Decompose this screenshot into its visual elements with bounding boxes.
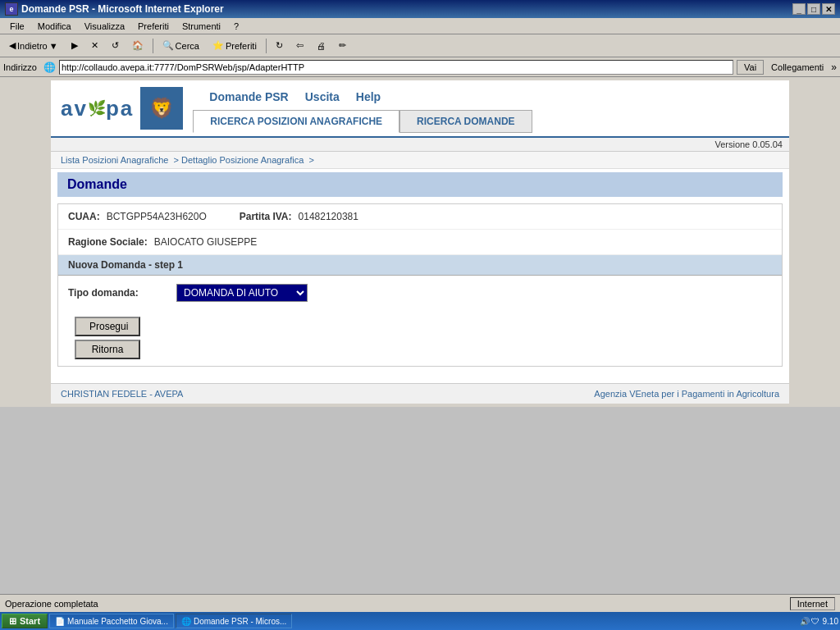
tipo-domanda-row: Tipo domanda: DOMANDA DI AIUTO [58,276,782,310]
taskbar-task-domande[interactable]: 🌐 Domande PSR - Micros... [176,614,292,628]
menu-visualizza[interactable]: Visualizza [78,20,131,33]
toolbar-separator-2 [266,39,267,53]
leaf-icon: 🌿 [88,99,106,117]
page-footer: CHRISTIAN FEDELE - AVEPA Agenzia VEneta … [51,383,789,404]
taskbar-icon-manuale: 📄 [55,617,65,626]
buttons-row: Prosegui Ritorna [65,310,782,366]
globe-icon: 🌐 [43,62,56,73]
avepa-nav: Domande PSR Uscita Help RICERCA POSIZION… [193,80,789,136]
top-nav: Domande PSR Uscita Help [193,80,789,110]
window-icon: e [5,2,18,16]
ragione-sociale-row: Ragione Sociale: BAIOCATO GIUSEPPE [58,230,782,255]
cuaa-label: CUAA: [68,211,100,222]
version-text: Versione 0.05.04 [714,139,783,149]
version-bar: Versione 0.05.04 [51,138,789,152]
status-text: Operazione completata [5,599,98,609]
links-dropdown-icon: » [831,62,837,73]
page-title: Domande [67,177,127,191]
prosegui-button[interactable]: Prosegui [75,317,140,336]
nav-uscita[interactable]: Uscita [305,90,340,103]
forward-button[interactable]: ▶ [66,37,84,55]
breadcrumb-lista[interactable]: Lista Posizioni Anagrafiche [61,155,168,165]
lion-emblem: 🦁 [140,87,183,130]
footer-left: CHRISTIAN FEDELE - AVEPA [61,389,183,399]
window-title: Domande PSR - Microsoft Internet Explore… [21,3,224,15]
content-panel: CUAA: BCTGPP54A23H620O Partita IVA: 0148… [57,203,783,367]
section-header: Nuova Domanda - step 1 [58,255,782,276]
back-arrow-icon: ◀ [9,40,16,51]
menu-strumenti[interactable]: Strumenti [176,20,227,33]
taskbar: ⊞ Start 📄 Manuale Pacchetto Giova... 🌐 D… [0,612,840,630]
stop-button[interactable]: ✕ [85,37,104,55]
footer-right: Agenzia VEneta per i Pagamenti in Agrico… [594,389,779,399]
page-wrapper: av 🌿 pa 🦁 Domande PSR Uscita Help RIC [0,77,840,407]
back-button[interactable]: ◀ Indietro ▼ [3,37,64,55]
edit-button[interactable]: ✏ [333,37,352,55]
taskbar-right: 🔊 🛡 9.10 [800,617,838,626]
status-right: Internet [790,597,835,610]
refresh-icon: ↺ [112,40,119,51]
nav-domande-psr[interactable]: Domande PSR [209,90,288,103]
dropdown-icon: ▼ [49,41,58,51]
cuaa-item: CUAA: BCTGPP54A23H620O [68,211,207,222]
avepa-logo-text: av [61,96,88,121]
cuaa-value: BCTGPP54A23H620O [107,211,207,222]
address-label: Indirizzo [3,62,37,72]
ragione-sociale-label: Ragione Sociale: [68,236,148,248]
minimize-button[interactable]: _ [792,3,806,15]
toolbar-separator-1 [153,39,153,53]
home-button[interactable]: 🏠 [126,37,149,55]
home-icon: 🏠 [132,40,144,51]
taskbar-icon-domande: 🌐 [181,617,191,626]
ragione-sociale-value: BAIOCATO GIUSEPPE [154,236,258,248]
title-bar: e Domande PSR - Microsoft Internet Explo… [0,0,840,18]
sub-nav-domande[interactable]: RICERCA DOMANDE [399,110,532,133]
maximize-button[interactable]: □ [807,3,820,15]
edit-icon: ✏ [339,40,346,51]
window-controls[interactable]: _ □ ✕ [792,3,835,15]
browser-content: av 🌿 pa 🦁 Domande PSR Uscita Help RIC [0,77,840,594]
address-bar: Indirizzo 🌐 Vai Collegamenti » [0,57,840,77]
refresh-btn2[interactable]: ↻ [270,37,289,55]
go-button[interactable]: Vai [737,60,764,75]
refresh2-icon: ↻ [276,40,283,51]
tipo-domanda-label: Tipo domanda: [68,287,167,299]
info-row: CUAA: BCTGPP54A23H620O Partita IVA: 0148… [58,204,782,230]
menu-file[interactable]: File [3,20,31,33]
taskbar-task-manuale[interactable]: 📄 Manuale Pacchetto Giova... [49,614,174,628]
system-tray: 🔊 🛡 [800,617,819,626]
logo-area: av 🌿 pa 🦁 [51,80,193,136]
page-content: av 🌿 pa 🦁 Domande PSR Uscita Help RIC [51,80,789,404]
menu-preferiti[interactable]: Preferiti [131,20,176,33]
menu-help[interactable]: ? [227,20,245,33]
partita-iva-item: Partita IVA: 01482120381 [240,211,358,222]
ritorna-button[interactable]: Ritorna [75,340,140,359]
address-input[interactable] [59,60,733,75]
status-bar: Operazione completata Internet [0,594,840,612]
antivirus-icon: 🛡 [811,617,819,626]
print-button[interactable]: 🖨 [311,37,331,55]
windows-icon: ⊞ [9,616,16,627]
search-icon: 🔍 [162,40,174,51]
refresh-button[interactable]: ↺ [106,37,125,55]
search-button[interactable]: 🔍 Cerca [157,37,205,55]
sub-nav-anagrafiche[interactable]: RICERCA POSIZIONI ANAGRAFICHE [193,110,399,133]
breadcrumb: Lista Posizioni Anagrafiche > Dettaglio … [51,152,789,169]
tipo-domanda-select[interactable]: DOMANDA DI AIUTO [176,284,308,302]
clock: 9.10 [823,617,838,626]
favorites-button[interactable]: ⭐ Preferiti [207,37,262,55]
print-icon: 🖨 [317,41,326,51]
stop-icon: ✕ [91,40,98,51]
favorites-icon: ⭐ [212,40,224,51]
links-button[interactable]: Collegamenti [767,61,828,74]
avepa-header: av 🌿 pa 🦁 Domande PSR Uscita Help RIC [51,80,789,138]
breadcrumb-dettaglio[interactable]: Dettaglio Posizione Anagrafica [181,155,304,165]
close-button[interactable]: ✕ [822,3,835,15]
menu-modifica[interactable]: Modifica [31,20,78,33]
nav-help[interactable]: Help [356,90,381,103]
start-button[interactable]: ⊞ Start [2,614,48,628]
ragione-sociale-item: Ragione Sociale: BAIOCATO GIUSEPPE [68,236,257,248]
nav-btn1[interactable]: ⇦ [290,37,309,55]
menu-bar: File Modifica Visualizza Preferiti Strum… [0,18,840,34]
sub-nav: RICERCA POSIZIONI ANAGRAFICHE RICERCA DO… [193,110,789,133]
